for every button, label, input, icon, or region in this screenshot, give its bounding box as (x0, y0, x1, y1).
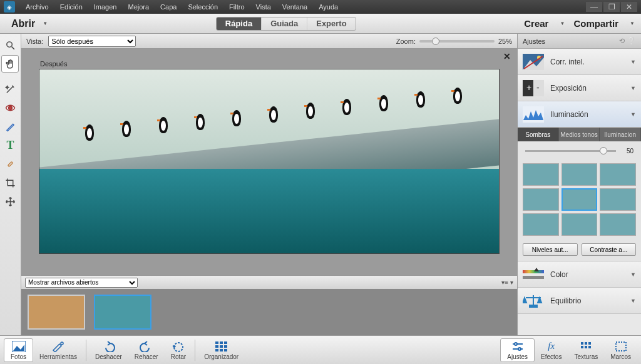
preset-4[interactable] (523, 188, 559, 211)
center-area: Vista: Sólo después Zoom: 25% ✕ Después (21, 34, 517, 335)
whiten-tool[interactable] (1, 118, 19, 135)
preset-7[interactable] (523, 213, 559, 236)
filmstrip-select[interactable]: Mostrar archivos abiertos (25, 278, 138, 288)
shadow-slider-row: 50 (518, 141, 641, 161)
zoom-slider[interactable] (419, 40, 495, 43)
reset-icon[interactable]: ⟲ (619, 37, 625, 45)
frames-icon (615, 340, 627, 353)
magic-wand-tool[interactable] (1, 80, 19, 98)
menu-capa[interactable]: Capa (155, 1, 182, 13)
auto-contrast-button[interactable]: Contraste a... (582, 243, 637, 256)
maximize-button[interactable]: ❐ (603, 2, 620, 12)
preset-8[interactable] (562, 213, 598, 236)
thumb-1[interactable] (28, 295, 85, 330)
vista-select[interactable]: Sólo después (48, 36, 136, 47)
bottom-bar: Fotos Herramientas Deshacer Rehacer Rota… (0, 335, 641, 364)
svg-rect-36 (585, 342, 587, 345)
open-button[interactable]: Abrir (6, 16, 40, 32)
effects-tab[interactable]: fxEfectos (535, 338, 568, 362)
subtab-highlights[interactable]: Iluminacion (600, 128, 641, 141)
share-button[interactable]: Compartir (573, 18, 618, 29)
textures-tab[interactable]: Texturas (568, 338, 604, 362)
svg-point-2 (9, 106, 13, 109)
redeye-tool[interactable] (1, 99, 19, 116)
close-document-button[interactable]: ✕ (503, 51, 511, 61)
create-button[interactable]: Crear (524, 18, 548, 29)
subtab-midtones[interactable]: Medios tonos (559, 128, 600, 141)
auto-levels-button[interactable]: Niveles aut... (523, 243, 578, 256)
app-logo-icon: ◈ (4, 1, 15, 13)
open-dropdown-icon[interactable]: ▼ (43, 21, 48, 26)
menu-vista[interactable]: Vista (250, 1, 277, 13)
preset-6[interactable] (600, 188, 636, 211)
adjustments-header: Ajustes ⟲❔ (518, 34, 641, 49)
chevron-down-icon[interactable]: ▼ (630, 21, 635, 26)
chevron-down-icon: ▼ (630, 298, 636, 304)
preset-1[interactable] (523, 163, 559, 186)
auto-buttons: Niveles aut... Contraste a... (518, 241, 641, 261)
svg-marker-20 (13, 345, 24, 351)
text-tool[interactable]: T (1, 136, 19, 154)
svg-point-0 (7, 41, 12, 47)
tools-button[interactable]: Herramientas (33, 339, 83, 361)
filmstrip-options-icon[interactable]: ▾≡ ▾ (501, 279, 513, 286)
svg-line-1 (12, 46, 14, 49)
thumb-2[interactable] (94, 295, 151, 330)
preset-3[interactable] (600, 163, 636, 186)
svg-rect-30 (224, 349, 227, 351)
close-window-button[interactable]: ✕ (621, 2, 637, 12)
svg-rect-39 (585, 346, 587, 348)
help-icon[interactable]: ❔ (627, 37, 636, 45)
menu-seleccion[interactable]: Selección (182, 1, 223, 13)
organizer-button[interactable]: Organizador (198, 339, 245, 361)
menu-imagen[interactable]: Imagen (88, 1, 123, 13)
menu-archivo[interactable]: Archivo (20, 1, 54, 13)
adj-smartfix[interactable]: Corr. intel. ▼ (518, 49, 641, 75)
adj-lighting[interactable]: Iluminación ▼ (518, 101, 641, 128)
hand-tool[interactable] (1, 55, 19, 73)
svg-rect-27 (224, 345, 227, 348)
svg-rect-35 (581, 342, 583, 345)
textures-icon (580, 340, 592, 353)
heal-tool[interactable] (1, 155, 19, 173)
svg-rect-13 (523, 270, 544, 273)
canvas[interactable] (39, 69, 500, 254)
smartfix-icon (523, 53, 544, 71)
photos-button[interactable]: Fotos (4, 338, 33, 362)
adj-color[interactable]: Color ▼ (518, 261, 641, 288)
adj-label: Corr. intel. (550, 58, 585, 66)
preset-5[interactable] (562, 188, 598, 211)
svg-rect-40 (588, 346, 591, 348)
menu-filtro[interactable]: Filtro (223, 1, 250, 13)
menu-mejora[interactable]: Mejora (122, 1, 155, 13)
rotate-button[interactable]: Rotar (165, 339, 192, 361)
menu-ayuda[interactable]: Ayuda (313, 1, 344, 13)
move-tool[interactable] (1, 193, 19, 210)
chevron-down-icon[interactable]: ▼ (560, 21, 565, 26)
adj-exposure[interactable]: +- Exposición ▼ (518, 75, 641, 101)
fx-icon: fx (548, 340, 555, 353)
menu-ventana[interactable]: Ventana (277, 1, 313, 13)
zoom-tool[interactable] (1, 36, 19, 54)
undo-button[interactable]: Deshacer (89, 339, 128, 361)
adj-balance[interactable]: Equilibrio ▼ (518, 288, 641, 314)
preset-2[interactable] (562, 163, 598, 186)
shadow-value: 50 (621, 148, 633, 154)
minimize-button[interactable]: — (586, 2, 602, 12)
mode-guided[interactable]: Guiada (262, 17, 307, 31)
subtab-shadows[interactable]: Sombras (518, 128, 559, 141)
lighting-icon (523, 105, 544, 124)
chevron-down-icon: ▼ (630, 111, 636, 118)
menu-edicion[interactable]: Edición (54, 1, 88, 13)
redo-button[interactable]: Rehacer (128, 339, 165, 361)
frames-tab[interactable]: Marcos (604, 338, 637, 362)
mode-quick[interactable]: Rápida (217, 17, 262, 31)
main-area: T Vista: Sólo después Zoom: 25% ✕ Despué… (0, 34, 641, 335)
svg-point-34 (518, 348, 521, 350)
mode-expert[interactable]: Experto (307, 17, 355, 31)
preset-9[interactable] (600, 213, 636, 236)
shadow-slider[interactable] (525, 150, 616, 152)
crop-tool[interactable] (1, 174, 19, 191)
adjustments-tab[interactable]: Ajustes (500, 338, 535, 362)
mode-switcher: Rápida Guiada Experto (216, 17, 356, 31)
